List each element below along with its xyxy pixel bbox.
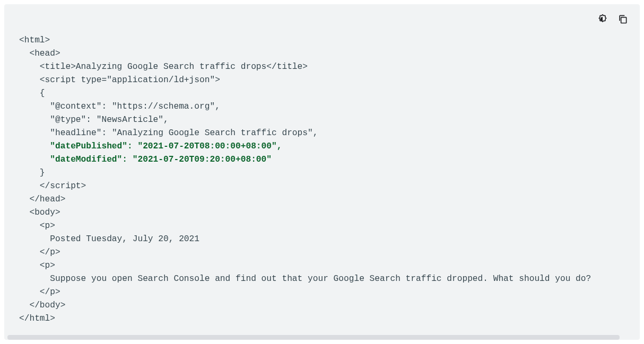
code-text: Analyzing Google Search traffic drops — [76, 62, 266, 72]
code-line: </html> — [19, 314, 55, 323]
theme-toggle-icon — [597, 14, 608, 24]
code-text: "application/ld+json" — [107, 75, 215, 85]
code-line-highlight: "dateModified" — [19, 155, 122, 164]
code-block: <html> <head> <title>Analyzing Google Se… — [4, 4, 640, 340]
code-toolbar — [596, 13, 629, 25]
code-line: </body> — [19, 301, 65, 310]
code-line: </p> — [19, 248, 60, 257]
code-line: <p> — [19, 221, 55, 231]
code-text: "Analyzing Google Search traffic drops" — [112, 128, 313, 138]
code-text: "https://schema.org" — [112, 102, 215, 111]
code-line: <script type= — [19, 75, 107, 85]
code-line-highlight: "datePublished" — [19, 142, 127, 151]
theme-toggle-button[interactable] — [596, 13, 609, 25]
horizontal-scrollbar-thumb[interactable] — [7, 335, 620, 340]
code-text-highlight: , — [277, 142, 282, 151]
code-text-highlight: : — [122, 155, 132, 164]
code-line: <head> — [19, 49, 60, 58]
code-text: > — [215, 75, 220, 85]
code-text: , — [313, 128, 318, 138]
svg-rect-0 — [621, 17, 626, 23]
code-line: </script> — [19, 181, 86, 191]
code-text-highlight: "2021-07-20T09:20:00+08:00" — [133, 155, 272, 164]
code-text: "NewsArticle" — [97, 115, 163, 125]
code-text: : — [86, 115, 96, 125]
code-line: </head> — [19, 195, 65, 204]
code-line: Suppose you open Search Console and find… — [19, 274, 591, 284]
code-line: } — [19, 168, 45, 178]
code-content[interactable]: <html> <head> <title>Analyzing Google Se… — [4, 4, 640, 336]
code-text: </title> — [266, 62, 308, 72]
code-line: <title> — [19, 62, 76, 72]
copy-icon — [617, 14, 628, 24]
code-line: Posted Tuesday, July 20, 2021 — [19, 234, 199, 244]
copy-button[interactable] — [616, 13, 629, 25]
code-line: <body> — [19, 208, 60, 217]
code-text-highlight: "2021-07-20T08:00:00+08:00" — [137, 142, 276, 151]
code-line: </p> — [19, 287, 60, 297]
code-line: "@context" — [19, 102, 101, 111]
horizontal-scrollbar-track — [4, 335, 640, 340]
code-line: <p> — [19, 261, 55, 270]
code-text: : — [101, 128, 111, 138]
code-text: , — [215, 102, 220, 111]
code-line: <html> — [19, 36, 50, 45]
code-line: "@type" — [19, 115, 86, 125]
code-line: { — [19, 89, 45, 98]
code-line: "headline" — [19, 128, 101, 138]
code-text: : — [101, 102, 111, 111]
code-text: , — [163, 115, 169, 125]
code-text-highlight: : — [127, 142, 137, 151]
